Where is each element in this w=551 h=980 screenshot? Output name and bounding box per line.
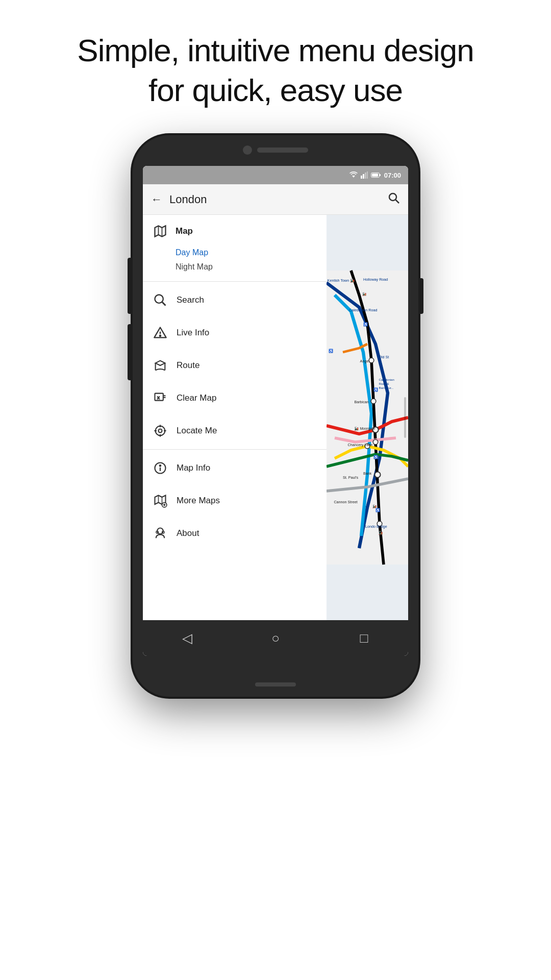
battery-icon	[371, 172, 381, 178]
svg-text:St. Paul's: St. Paul's	[343, 475, 359, 480]
svg-rect-4	[367, 172, 368, 179]
locate-me-menu-item[interactable]: Locate Me	[143, 414, 327, 447]
toolbar-search-button[interactable]	[388, 192, 400, 207]
about-label: About	[177, 528, 199, 538]
svg-point-12	[155, 295, 163, 303]
svg-rect-41	[327, 271, 408, 565]
toolbar-title: London	[169, 193, 388, 206]
svg-text:Londo Bridge: Londo Bridge	[365, 524, 387, 529]
headline-line1: Simple, intuitive menu design	[77, 33, 473, 68]
route-label: Route	[177, 360, 199, 371]
svg-text:Barbican: Barbican	[354, 400, 368, 404]
map-info-icon	[152, 460, 168, 476]
svg-text:Kentish Town 🚂: Kentish Town 🚂	[328, 278, 355, 283]
search-label: Search	[177, 295, 204, 305]
svg-text:🚂: 🚂	[362, 292, 366, 296]
menu-panel: Map Day Map Night Map	[143, 215, 327, 620]
phone-screen: 07:00 ← London	[143, 166, 408, 656]
search-icon-menu	[153, 293, 167, 307]
route-menu-item[interactable]: Route	[143, 349, 327, 382]
map-panel: Kentish Town 🚂 Holloway Road Caledonian …	[327, 215, 408, 620]
clear-map-menu-item[interactable]: Clear Map	[143, 382, 327, 414]
svg-text:Barnsbur...: Barnsbur...	[379, 386, 393, 389]
toolbar: ← London	[143, 184, 408, 215]
svg-text:Road &: Road &	[379, 382, 389, 385]
divider-1	[143, 281, 327, 282]
map-icon	[152, 223, 168, 239]
more-maps-menu-item[interactable]: More Maps	[143, 484, 327, 517]
svg-text:Holloway Road: Holloway Road	[363, 277, 388, 282]
info-icon-svg	[153, 461, 167, 475]
svg-point-42	[369, 358, 374, 363]
live-info-menu-item[interactable]: Live Info	[143, 316, 327, 349]
nav-home-button[interactable]: ○	[260, 623, 291, 653]
svg-point-43	[371, 399, 376, 404]
route-icon-svg	[153, 358, 167, 373]
clear-map-icon	[152, 390, 168, 406]
phone-top	[243, 145, 308, 155]
phone-bottom-bar	[255, 682, 296, 687]
content-area: Map Day Map Night Map	[143, 215, 408, 620]
svg-rect-6	[372, 174, 378, 177]
about-icon	[152, 525, 168, 542]
nav-bar: ◁ ○ □	[143, 620, 408, 656]
nav-recent-button[interactable]: □	[348, 623, 379, 653]
svg-text:Cannon Street: Cannon Street	[334, 500, 357, 504]
svg-text:♿: ♿	[363, 322, 368, 327]
search-menu-item[interactable]: Search	[143, 284, 327, 316]
svg-text:Bank: Bank	[363, 471, 372, 476]
signal-icon	[361, 172, 368, 179]
svg-line-13	[162, 302, 165, 305]
clear-map-label: Clear Map	[177, 393, 216, 403]
nav-back-button[interactable]: ◁	[172, 623, 203, 653]
svg-point-25	[159, 429, 162, 433]
svg-text:🚂 Moorgate: 🚂 Moorgate	[354, 426, 375, 431]
speaker	[257, 148, 308, 153]
svg-text:♿: ♿	[373, 387, 378, 392]
svg-text:🚂: 🚂	[379, 531, 383, 535]
search-icon	[388, 192, 400, 204]
headline: Simple, intuitive menu design for quick,…	[36, 0, 514, 130]
svg-text:♿: ♿	[375, 508, 380, 512]
svg-text:Chancery Lane: Chancery Lane	[348, 443, 373, 447]
headline-line2: for quick, easy use	[148, 72, 403, 108]
svg-point-32	[160, 465, 161, 466]
svg-line-9	[396, 200, 399, 203]
svg-rect-2	[363, 174, 364, 179]
clear-map-icon-svg	[153, 391, 167, 405]
svg-text:♿: ♿	[329, 349, 333, 353]
svg-text:Angel: Angel	[360, 359, 370, 363]
map-info-menu-item[interactable]: Map Info	[143, 452, 327, 484]
night-map-item[interactable]: Night Map	[176, 260, 327, 274]
phone-shell: 07:00 ← London	[133, 135, 418, 697]
locate-icon-svg	[153, 424, 167, 438]
svg-text:Caledonian Road: Caledonian Road	[349, 308, 378, 312]
back-button[interactable]: ←	[151, 193, 162, 206]
more-maps-icon-svg	[153, 494, 167, 508]
more-maps-icon	[152, 493, 168, 509]
camera	[243, 145, 252, 155]
svg-point-45	[373, 439, 378, 445]
map-section-title: Map	[176, 226, 193, 236]
svg-point-47	[374, 472, 380, 477]
svg-point-24	[156, 426, 165, 436]
route-icon	[152, 357, 168, 374]
map-section-icon	[153, 224, 167, 238]
svg-text:Old St: Old St	[379, 355, 389, 359]
day-map-item[interactable]: Day Map	[176, 246, 327, 260]
live-info-icon	[152, 325, 168, 341]
live-info-label: Live Info	[177, 328, 209, 338]
warning-icon	[153, 326, 167, 340]
map-info-label: Map Info	[177, 463, 210, 473]
svg-text:🚂: 🚂	[372, 504, 377, 508]
status-icons: 07:00	[349, 172, 401, 179]
svg-text:♿: ♿	[373, 455, 378, 459]
phone-device: 07:00 ← London	[133, 135, 418, 697]
svg-point-16	[160, 335, 161, 336]
about-menu-item[interactable]: About	[143, 517, 327, 550]
svg-rect-3	[365, 173, 366, 179]
wifi-icon	[349, 172, 358, 179]
svg-rect-1	[361, 176, 362, 179]
status-bar: 07:00	[143, 166, 408, 184]
svg-text:Caledonian: Caledonian	[379, 378, 394, 381]
